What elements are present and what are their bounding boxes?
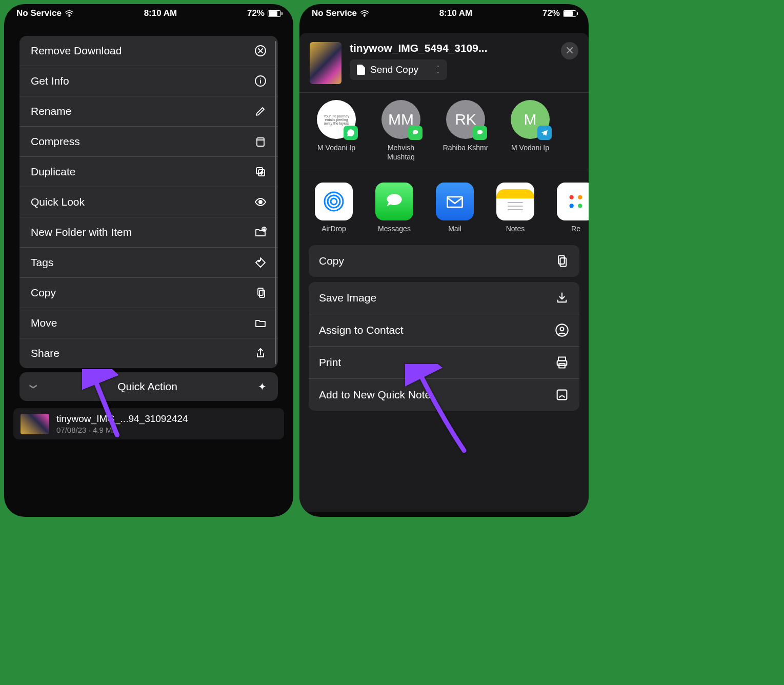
svg-point-18 — [570, 204, 574, 208]
send-copy-button[interactable]: Send Copy ⌃⌄ — [350, 59, 447, 80]
compress-icon — [254, 135, 267, 148]
print-icon — [555, 355, 569, 370]
scroll-indicator[interactable] — [275, 41, 276, 364]
chevron-right-icon: ❯ — [30, 384, 38, 390]
contacts-row: Your life journey entails peeling away t… — [299, 92, 589, 171]
info-icon — [254, 75, 267, 87]
action-assign-contact[interactable]: Assign to Contact — [309, 314, 579, 347]
svg-point-11 — [364, 15, 365, 16]
menu-move[interactable]: Move — [19, 308, 278, 338]
duplicate-icon — [254, 166, 267, 178]
wifi-icon — [65, 10, 74, 17]
svg-point-0 — [69, 15, 70, 16]
share-sheet: tinywow_IMG_5494_3109... Send Copy ⌃⌄ ✕ … — [299, 33, 589, 512]
share-icon — [254, 347, 267, 359]
svg-rect-27 — [557, 390, 567, 400]
svg-point-22 — [556, 325, 568, 336]
menu-remove-download[interactable]: Remove Download — [19, 36, 278, 66]
svg-point-6 — [259, 200, 262, 204]
contact-m-vodani-whatsapp[interactable]: Your life journey entails peeling away t… — [312, 100, 361, 162]
battery-percent: 72% — [542, 8, 560, 18]
file-metadata: 07/08/23 · 4.9 MB — [56, 426, 188, 434]
svg-rect-20 — [558, 256, 565, 264]
download-icon — [555, 291, 569, 305]
messages-icon — [473, 126, 487, 140]
menu-rename[interactable]: Rename — [19, 96, 278, 127]
copy-icon — [254, 287, 267, 299]
copy-group: Copy — [309, 245, 579, 277]
remove-icon — [254, 45, 267, 57]
battery-percent: 72% — [247, 8, 265, 18]
action-copy[interactable]: Copy — [309, 245, 579, 277]
rename-icon — [254, 105, 267, 117]
svg-point-13 — [328, 195, 340, 208]
app-notes[interactable]: Notes — [493, 183, 537, 233]
wifi-icon — [360, 10, 369, 17]
app-reminders[interactable]: Re — [554, 183, 589, 233]
share-header: tinywow_IMG_5494_3109... Send Copy ⌃⌄ ✕ — [299, 33, 589, 92]
folder-plus-icon — [254, 226, 267, 238]
app-mail[interactable]: Mail — [433, 183, 477, 233]
close-button[interactable]: ✕ — [561, 42, 578, 59]
context-menu: Remove Download Get Info Rename Compress… — [19, 36, 278, 368]
action-save-image[interactable]: Save Image — [309, 282, 579, 314]
clock-time: 8:10 AM — [439, 8, 473, 18]
svg-rect-15 — [447, 197, 462, 207]
document-icon — [357, 65, 365, 75]
file-thumbnail — [21, 414, 49, 434]
battery-icon — [563, 10, 576, 17]
menu-get-info[interactable]: Get Info — [19, 66, 278, 96]
svg-point-8 — [258, 260, 260, 262]
sparkle-icon: ✦ — [258, 380, 267, 393]
note-icon — [555, 388, 569, 402]
copy-icon — [555, 254, 569, 268]
share-title: tinywow_IMG_5494_3109... — [350, 42, 553, 54]
contact-rahiba[interactable]: RK Rahiba Kshmr — [441, 100, 490, 162]
action-print[interactable]: Print — [309, 347, 579, 379]
clock-time: 8:10 AM — [144, 8, 177, 18]
svg-point-19 — [578, 204, 582, 208]
menu-new-folder[interactable]: New Folder with Item — [19, 217, 278, 248]
svg-rect-21 — [560, 258, 567, 267]
menu-quick-look[interactable]: Quick Look — [19, 187, 278, 217]
status-bar: No Service 8:10 AM 72% — [4, 4, 293, 21]
tag-icon — [254, 256, 267, 269]
service-status: No Service — [312, 8, 357, 18]
whatsapp-icon — [344, 126, 358, 140]
action-quick-note[interactable]: Add to New Quick Note — [309, 379, 579, 411]
svg-rect-3 — [257, 138, 264, 146]
folder-icon — [254, 317, 267, 329]
menu-share[interactable]: Share — [19, 338, 278, 368]
service-status: No Service — [16, 8, 62, 18]
status-bar: No Service 8:10 AM 72% — [299, 4, 589, 21]
menu-copy[interactable]: Copy — [19, 278, 278, 308]
person-icon — [555, 323, 569, 337]
svg-point-12 — [331, 198, 337, 205]
svg-point-16 — [570, 195, 574, 199]
right-phone-screen: No Service 8:10 AM 72% tinywow_IMG_5494_… — [299, 4, 589, 517]
quick-actions-row[interactable]: ❯ Quick Action ✦ — [19, 372, 278, 401]
left-phone-screen: No Service 8:10 AM 72% Remove Download G… — [4, 4, 293, 517]
svg-rect-9 — [258, 288, 263, 295]
telegram-icon — [537, 126, 552, 140]
app-airdrop[interactable]: AirDrop — [312, 183, 356, 233]
share-thumbnail — [310, 42, 341, 84]
apps-row: AirDrop Messages Mail Notes Re — [299, 171, 589, 242]
menu-compress[interactable]: Compress — [19, 127, 278, 157]
svg-rect-10 — [259, 290, 265, 297]
contact-m-vodani-telegram[interactable]: M M Vodani Ip — [506, 100, 555, 162]
messages-icon — [408, 126, 423, 140]
file-name: tinywow_IMG_...94_31092424 — [56, 413, 188, 425]
up-down-icon: ⌃⌄ — [436, 66, 440, 74]
file-info-bar[interactable]: tinywow_IMG_...94_31092424 07/08/23 · 4.… — [13, 408, 284, 439]
battery-icon — [268, 10, 281, 17]
svg-point-17 — [578, 195, 582, 199]
eye-icon — [254, 196, 267, 208]
menu-tags[interactable]: Tags — [19, 248, 278, 278]
actions-group: Save Image Assign to Contact Print Add t… — [309, 282, 579, 411]
menu-duplicate[interactable]: Duplicate — [19, 157, 278, 187]
app-messages[interactable]: Messages — [372, 183, 416, 233]
contact-mehvish[interactable]: MM Mehvish Mushtaq — [376, 100, 426, 162]
svg-point-23 — [560, 328, 564, 331]
